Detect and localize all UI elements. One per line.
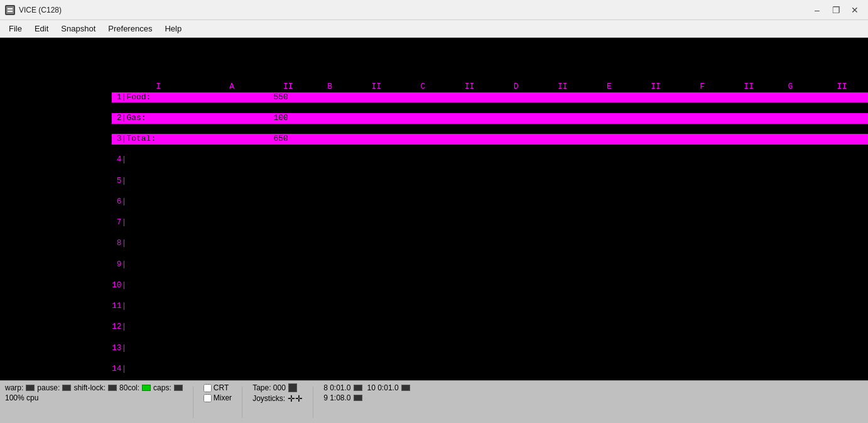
svg-rect-1 bbox=[8, 8, 13, 9]
timing-1-led bbox=[354, 385, 362, 391]
timing-3-led bbox=[354, 395, 362, 401]
shiftlock-led bbox=[108, 385, 117, 391]
timing-row-1: 8 0:01.0 10 0:01.0 bbox=[323, 383, 410, 392]
screen-content: I A II B II C II D II E II F II G II H I… bbox=[112, 82, 868, 380]
cpu-label: 100% cpu bbox=[5, 393, 38, 402]
timing-3: 9 1:08.0 bbox=[323, 393, 350, 402]
timing-2: 10 0:01.0 bbox=[367, 383, 399, 392]
menu-edit[interactable]: Edit bbox=[28, 21, 55, 36]
tape-indicator bbox=[288, 383, 297, 392]
shiftlock-label: shift-lock: bbox=[73, 383, 106, 392]
joysticks-label: Joysticks: bbox=[252, 394, 285, 403]
close-button[interactable]: ✕ bbox=[847, 4, 863, 16]
vice-icon bbox=[5, 5, 15, 15]
title-bar: VICE (C128) – ❐ ✕ bbox=[0, 0, 868, 20]
warp-led bbox=[26, 385, 35, 391]
maximize-button[interactable]: ❐ bbox=[828, 4, 844, 16]
status-col-tape: Tape: 000 Joysticks: ✛✛ bbox=[252, 383, 303, 404]
tape-label: Tape: 000 bbox=[252, 383, 286, 392]
col80-led bbox=[142, 385, 151, 391]
warp-label: warp: bbox=[5, 383, 23, 392]
joystick-icon: ✛✛ bbox=[288, 393, 303, 404]
menu-snapshot[interactable]: Snapshot bbox=[55, 21, 102, 36]
timing-row-2: 9 1:08.0 bbox=[323, 393, 410, 402]
window-title: VICE (C128) bbox=[19, 6, 62, 14]
joysticks-row: Joysticks: ✛✛ bbox=[252, 393, 303, 404]
menu-bar: File Edit Snapshot Preferences Help bbox=[0, 20, 868, 38]
mixer-checkbox[interactable] bbox=[203, 394, 212, 402]
menu-help[interactable]: Help bbox=[158, 21, 188, 36]
divider-1 bbox=[193, 387, 193, 418]
warp-row: warp: pause: shift-lock: 80col: caps: bbox=[5, 383, 183, 392]
title-left: VICE (C128) bbox=[5, 5, 62, 15]
menu-file[interactable]: File bbox=[3, 21, 28, 36]
mixer-label: Mixer bbox=[214, 393, 232, 402]
c128-screen: I A II B II C II D II E II F II G II H I… bbox=[112, 82, 868, 380]
status-col-timings: 8 0:01.0 10 0:01.0 9 1:08.0 bbox=[323, 383, 410, 402]
tape-row: Tape: 000 bbox=[252, 383, 303, 392]
divider-2 bbox=[242, 387, 242, 418]
title-controls: – ❐ ✕ bbox=[809, 4, 863, 16]
cpu-row: 100% cpu bbox=[5, 393, 183, 402]
crt-label: CRT bbox=[214, 383, 229, 392]
svg-rect-0 bbox=[6, 6, 14, 14]
divider-3 bbox=[313, 387, 313, 418]
timing-1: 8 0:01.0 bbox=[323, 383, 350, 392]
mixer-row: Mixer bbox=[203, 393, 232, 402]
status-col-indicators: warp: pause: shift-lock: 80col: caps: 10… bbox=[5, 383, 183, 402]
caps-led bbox=[174, 385, 183, 391]
status-bar: warp: pause: shift-lock: 80col: caps: 10… bbox=[0, 380, 868, 423]
pause-label: pause: bbox=[37, 383, 60, 392]
timing-2-led bbox=[401, 385, 410, 391]
crt-checkbox[interactable] bbox=[203, 384, 212, 392]
col80-label: 80col: bbox=[119, 383, 139, 392]
status-col-crt: CRT Mixer bbox=[203, 383, 232, 402]
menu-preferences[interactable]: Preferences bbox=[102, 21, 158, 36]
crt-row: CRT bbox=[203, 383, 232, 392]
main-area: I A II B II C II D II E II F II G II H I… bbox=[0, 38, 868, 380]
svg-rect-2 bbox=[8, 11, 13, 12]
minimize-button[interactable]: – bbox=[809, 4, 825, 16]
pause-led bbox=[62, 385, 71, 391]
caps-label: caps: bbox=[153, 383, 171, 392]
